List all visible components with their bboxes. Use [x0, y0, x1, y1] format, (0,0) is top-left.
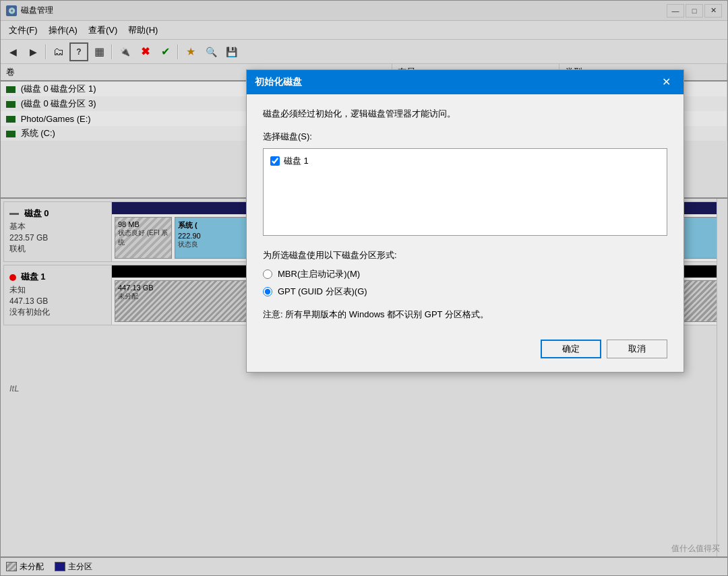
modal-buttons: 确定 取消 [263, 334, 667, 358]
disk1-checkbox[interactable] [270, 156, 280, 166]
modal-body: 磁盘必须经过初始化，逻辑磁盘管理器才能访问。 选择磁盘(S): 磁盘 1 为所选… [247, 94, 684, 372]
modal-overlay: 初始化磁盘 ✕ 磁盘必须经过初始化，逻辑磁盘管理器才能访问。 选择磁盘(S): … [0, 0, 728, 576]
cancel-button[interactable]: 取消 [607, 340, 667, 358]
disk1-checkbox-item[interactable]: 磁盘 1 [268, 153, 663, 169]
ok-button[interactable]: 确定 [541, 340, 601, 358]
partition-style-section: 为所选磁盘使用以下磁盘分区形式: MBR(主启动记录)(M) GPT (GUID… [263, 249, 667, 298]
mbr-radio-item[interactable]: MBR(主启动记录)(M) [263, 268, 667, 280]
partition-style-label: 为所选磁盘使用以下磁盘分区形式: [263, 249, 667, 261]
select-disk-label: 选择磁盘(S): [263, 131, 667, 143]
mbr-radio[interactable] [263, 269, 272, 279]
gpt-radio[interactable] [263, 287, 272, 296]
main-window: 💿 磁盘管理 — □ ✕ 文件(F) 操作(A) 查看(V) 帮助(H) ◀ ▶… [0, 0, 728, 576]
gpt-radio-item[interactable]: GPT (GUID 分区表)(G) [263, 286, 667, 298]
modal-title-bar: 初始化磁盘 ✕ [247, 70, 684, 94]
disk1-checkbox-label: 磁盘 1 [284, 155, 309, 167]
modal-description: 磁盘必须经过初始化，逻辑磁盘管理器才能访问。 [263, 108, 667, 120]
disk-checkbox-list: 磁盘 1 [263, 148, 667, 236]
modal-close-button[interactable]: ✕ [657, 73, 675, 92]
initialize-disk-dialog: 初始化磁盘 ✕ 磁盘必须经过初始化，逻辑磁盘管理器才能访问。 选择磁盘(S): … [246, 69, 684, 373]
mbr-label: MBR(主启动记录)(M) [278, 268, 360, 280]
gpt-label: GPT (GUID 分区表)(G) [278, 286, 367, 298]
modal-title: 初始化磁盘 [255, 76, 657, 88]
modal-note: 注意: 所有早期版本的 Windows 都不识别 GPT 分区格式。 [263, 309, 667, 321]
